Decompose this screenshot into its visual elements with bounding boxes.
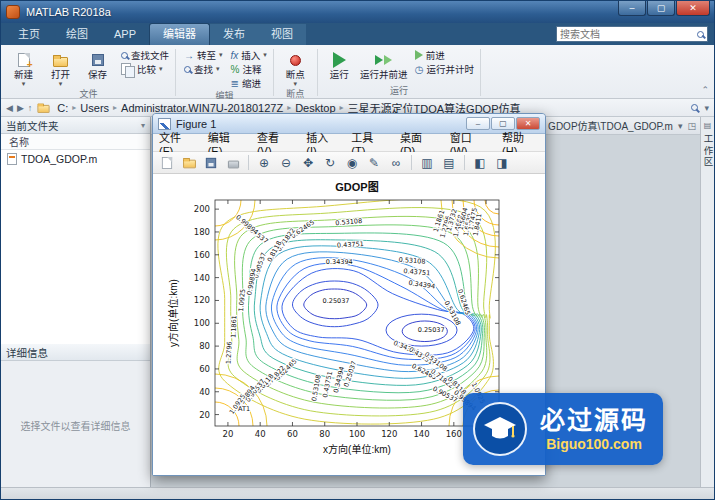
editor-tab[interactable]: GDOP仿真\TDOA_GDOP.m (548, 118, 673, 133)
collapse-ribbon-icon[interactable]: ⌃ (701, 85, 709, 95)
goto-button[interactable]: →转至▾ (181, 48, 226, 62)
open-button[interactable]: 打开▾ (42, 48, 79, 88)
tab-apps[interactable]: APP (101, 24, 149, 45)
svg-text:120: 120 (381, 429, 397, 439)
new-figure-icon[interactable] (158, 154, 176, 171)
minimize-button[interactable]: – (618, 1, 646, 16)
current-folder-icon (38, 105, 50, 113)
data-cursor-icon[interactable]: ◉ (343, 154, 361, 171)
search-input[interactable] (560, 29, 697, 40)
details-placeholder: 选择文件以查看详细信息 (21, 418, 131, 433)
svg-text:GDOP图: GDOP图 (335, 181, 378, 193)
current-folder-title: 当前文件夹 (6, 118, 59, 133)
save-button[interactable]: 保存 (79, 48, 116, 80)
run-and-advance-button[interactable]: 运行并前进 (358, 48, 410, 80)
svg-text:80: 80 (199, 341, 210, 351)
matlab-window: MATLAB R2018a – ▢ ✕ 主页绘图APP编辑器发布视图 + 新建▾… (0, 0, 715, 500)
svg-text:y方向(单位:km): y方向(单位:km) (167, 279, 179, 347)
group-separator (317, 49, 318, 96)
chevron-down-icon: ▾ (216, 65, 220, 73)
find-button[interactable]: 查找▾ (181, 62, 226, 76)
svg-text:160: 160 (446, 429, 462, 439)
advance-button[interactable]: 前进 (412, 48, 477, 62)
svg-text:60: 60 (199, 364, 210, 374)
svg-text:100: 100 (194, 318, 210, 328)
doc-search-box[interactable] (556, 26, 708, 42)
print-icon[interactable] (224, 154, 242, 171)
pan-icon[interactable]: ✥ (299, 154, 317, 171)
insert-fx-icon: fx (231, 50, 239, 61)
status-bar (1, 487, 714, 499)
save-icon (92, 54, 104, 66)
breadcrumb-segment[interactable]: C: (55, 102, 70, 114)
watermark-subtitle: Biguo100.com (546, 435, 642, 453)
run-icon (333, 52, 346, 68)
rotate-3d-icon[interactable]: ↻ (321, 154, 339, 171)
back-icon[interactable]: ◀ (6, 103, 13, 113)
breadcrumb-segment[interactable]: Users (78, 102, 111, 114)
svg-text:AT1: AT1 (238, 405, 250, 413)
run-and-time-button[interactable]: ◷运行并计时 (412, 62, 477, 76)
chevron-down-icon: ▾ (263, 51, 267, 59)
find-files-button[interactable]: 查找文件 (118, 48, 172, 62)
current-folder-header[interactable]: 当前文件夹 ▾ (1, 117, 150, 134)
tab-plots[interactable]: 绘图 (53, 24, 101, 45)
chevron-down-icon[interactable]: ▾ (704, 103, 709, 113)
open-folder-icon (53, 57, 68, 67)
title-bar[interactable]: MATLAB R2018a – ▢ ✕ (1, 1, 714, 23)
ribbon-tabs: 主页绘图APP编辑器发布视图 (5, 23, 306, 45)
maximize-button[interactable]: ▢ (647, 1, 675, 16)
file-row[interactable]: TDOA_GDOP.m (1, 150, 150, 167)
save-figure-icon (206, 157, 216, 167)
new-script-button[interactable]: + 新建▾ (5, 48, 42, 88)
zoom-in-icon[interactable]: ⊕ (255, 154, 273, 171)
chevron-down-icon: ▾ (159, 65, 163, 73)
details-panel: 选择文件以查看详细信息 (1, 361, 150, 489)
advance-arrow-icon (384, 55, 392, 65)
workspace-collapsed-tab[interactable]: ▤ 工作区 (700, 117, 714, 489)
find-files-icon (121, 52, 128, 59)
insert-legend-icon[interactable]: ▤ (440, 154, 458, 171)
breadcrumb-separator-icon: ▸ (287, 103, 291, 112)
breadcrumb-segment[interactable]: Administrator.WIN7U-20180127Z (119, 102, 285, 114)
advance-icon (415, 50, 423, 60)
svg-text:40: 40 (255, 429, 266, 439)
svg-text:0.25037: 0.25037 (418, 326, 445, 334)
compare-button[interactable]: 比较▾ (118, 62, 172, 76)
zoom-out-icon[interactable]: ⊖ (277, 154, 295, 171)
panel-menu-icon[interactable]: ▾ (678, 121, 683, 131)
goto-icon: → (184, 50, 194, 61)
run-button[interactable]: 运行 (321, 48, 358, 80)
breakpoint-icon (290, 55, 301, 66)
ribbon-tab-bar: 主页绘图APP编辑器发布视图 (1, 23, 714, 45)
link-plot-icon[interactable]: ∞ (387, 154, 405, 171)
brush-icon[interactable]: ✎ (365, 154, 383, 171)
tab-editor[interactable]: 编辑器 (149, 23, 210, 45)
panel-menu-icon[interactable]: ▾ (141, 121, 145, 130)
close-button[interactable]: ✕ (676, 1, 710, 16)
forward-icon[interactable]: ▶ (17, 103, 24, 113)
tab-view[interactable]: 视图 (258, 24, 306, 45)
hide-plot-tools-icon[interactable]: ◧ (471, 154, 489, 171)
save-figure-icon[interactable] (202, 154, 220, 171)
column-header-name[interactable]: 名称 (1, 134, 150, 150)
breakpoints-button[interactable]: 断点▾ (277, 48, 314, 88)
svg-text:140: 140 (194, 273, 210, 283)
comment-button[interactable]: %注释 (228, 62, 270, 76)
details-title: 详细信息 (6, 345, 48, 360)
tab-publish[interactable]: 发布 (210, 24, 258, 45)
insert-button[interactable]: fx插入▾ (228, 48, 270, 62)
breadcrumb-segment[interactable]: Desktop (293, 102, 337, 114)
tab-home[interactable]: 主页 (5, 24, 53, 45)
search-icon[interactable] (697, 31, 704, 38)
indent-button[interactable]: ≣缩进 (228, 76, 270, 90)
watermark-badge: 必过源码 Biguo100.com (463, 393, 663, 465)
toolbar-separator-icon (248, 155, 249, 170)
details-header[interactable]: 详细信息 (1, 344, 150, 361)
insert-colorbar-icon[interactable]: ▥ (418, 154, 436, 171)
up-folder-icon[interactable]: ↑ (28, 103, 33, 113)
search-folder-icon[interactable] (691, 104, 698, 111)
open-file-icon[interactable] (180, 154, 198, 171)
undock-icon[interactable]: ◳ (687, 121, 696, 131)
show-plot-tools-icon[interactable]: ◨ (493, 154, 511, 171)
